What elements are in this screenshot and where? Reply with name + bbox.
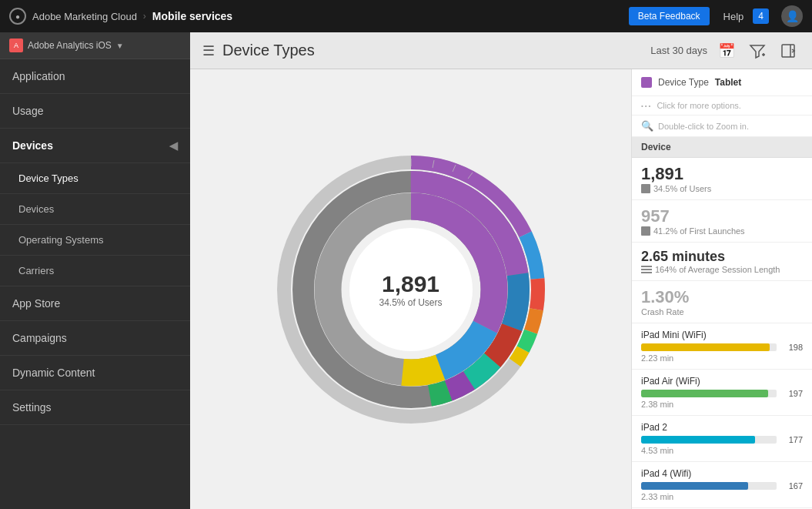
- hint-zoom: 🔍 Double-click to Zoom in.: [632, 116, 812, 137]
- sidebar-subitem-devices[interactable]: Devices: [0, 194, 190, 225]
- donut-chart[interactable]: 1,891 34.5% of Users: [265, 143, 557, 436]
- bar-count: 197: [781, 389, 803, 398]
- device-bar-name: iPad 2: [641, 422, 803, 433]
- sidebar-item-campaigns[interactable]: Campaigns: [0, 321, 190, 356]
- analytics-selector[interactable]: A Adobe Analytics iOS ▼: [0, 32, 190, 59]
- sidebar-item-app-store[interactable]: App Store: [0, 286, 190, 321]
- bar-track: [641, 343, 777, 351]
- dropdown-arrow-icon: ▼: [116, 42, 124, 50]
- breadcrumb-chevron: ›: [143, 11, 146, 22]
- sidebar-subitem-carriers[interactable]: Carriers: [0, 256, 190, 286]
- sidebar-subitem-device-types[interactable]: Device Types: [0, 163, 190, 194]
- filter-add-icon[interactable]: [746, 39, 769, 62]
- main-layout: A Adobe Analytics iOS ▼ Application Usag…: [0, 32, 812, 509]
- page-title: Device Types: [222, 42, 643, 59]
- svg-rect-3: [782, 45, 794, 57]
- sidebar-item-application[interactable]: Application: [0, 59, 190, 94]
- beta-feedback-button[interactable]: Beta Feedback: [629, 7, 710, 25]
- device-bar-name: iPad 4 (Wifi): [641, 468, 803, 479]
- device-type-value: Tablet: [715, 77, 741, 88]
- bar-time: 4.53 min: [641, 446, 803, 455]
- svg-marker-0: [750, 45, 764, 58]
- brand-name: Adobe Marketing Cloud: [32, 11, 137, 22]
- stat-crash: 1.30% Crash Rate: [632, 281, 812, 323]
- stat-launches-sub: 41.2% of First Launches: [641, 226, 803, 236]
- device-bar-name: iPad Mini (WiFi): [641, 330, 803, 340]
- chart-center-number: 1,891: [379, 271, 442, 297]
- device-bar-item: iPad 4 (Wifi) 167 2.33 min: [632, 462, 812, 508]
- bar-count: 167: [781, 481, 803, 491]
- date-range-label: Last 30 days: [650, 45, 707, 56]
- top-navigation: ● Adobe Marketing Cloud › Mobile service…: [0, 0, 812, 32]
- stat-session-number: 2.65 minutes: [641, 249, 803, 265]
- bar-track: [641, 482, 777, 490]
- stat-icon-box: [641, 184, 650, 193]
- bar-count: 177: [781, 435, 803, 444]
- bar-fill: [641, 482, 748, 490]
- logo-icon: ●: [9, 8, 26, 25]
- device-bar-list: iPad Mini (WiFi) 198 2.23 min iPad Air (…: [632, 323, 812, 508]
- sidebar-subitem-operating-systems[interactable]: Operating Systems: [0, 225, 190, 256]
- bar-track: [641, 436, 777, 444]
- bar-fill: [641, 390, 768, 397]
- sidebar-item-usage[interactable]: Usage: [0, 94, 190, 129]
- stat-session: 2.65 minutes 164% of Average Session Len…: [632, 243, 812, 281]
- help-link[interactable]: Help: [723, 11, 744, 22]
- device-bar-item: iPad Mini (WiFi) 198 2.23 min: [632, 323, 812, 370]
- calendar-icon[interactable]: 📅: [715, 39, 738, 62]
- collapse-arrow-icon: ◀: [169, 139, 178, 152]
- sidebar: A Adobe Analytics iOS ▼ Application Usag…: [0, 32, 190, 509]
- collapse-panel-icon[interactable]: [777, 39, 800, 62]
- notification-badge[interactable]: 4: [753, 8, 769, 24]
- toolbar: ☰ Device Types Last 30 days 📅: [190, 32, 812, 69]
- hamburger-icon[interactable]: ☰: [202, 42, 215, 59]
- analytics-icon: A: [9, 39, 23, 52]
- stat-users-number: 1,891: [641, 164, 803, 184]
- bar-time: 2.23 min: [641, 353, 803, 363]
- stat-crash-number: 1.30%: [641, 287, 803, 307]
- device-bar-item: iPad 2 177 4.53 min: [632, 416, 812, 462]
- panel-section-header: Device: [632, 137, 812, 158]
- sidebar-item-devices[interactable]: Devices ◀: [0, 129, 190, 163]
- stat-crash-sub: Crash Rate: [641, 307, 803, 316]
- bar-count: 198: [781, 343, 803, 352]
- bar-time: 2.33 min: [641, 492, 803, 501]
- device-bar-item: iPad Air (WiFi) 197 2.38 min: [632, 370, 812, 416]
- stat-users: 1,891 34.5% of Users: [632, 158, 812, 200]
- hint-click: ••• Click for more options.: [632, 96, 812, 116]
- bar-track: [641, 390, 777, 397]
- chart-center: 1,891 34.5% of Users: [379, 271, 442, 308]
- device-type-color-indicator: [641, 77, 652, 88]
- stat-session-sub: 164% of Average Session Length: [641, 265, 803, 274]
- stat-launches: 957 41.2% of First Launches: [632, 200, 812, 243]
- stat-users-sub: 34.5% of Users: [641, 184, 803, 193]
- content-area: 1,891 34.5% of Users Device Type Tablet …: [190, 69, 812, 509]
- stat-icon-box2: [641, 226, 650, 236]
- main-content: ☰ Device Types Last 30 days 📅: [190, 32, 812, 509]
- device-bar-name: iPad Air (WiFi): [641, 376, 803, 387]
- chart-center-subtitle: 34.5% of Users: [379, 297, 442, 308]
- app-name: Mobile services: [152, 10, 232, 22]
- bar-fill: [641, 436, 755, 444]
- sidebar-item-settings[interactable]: Settings: [0, 390, 190, 425]
- bar-time: 2.38 min: [641, 400, 803, 409]
- zoom-icon: 🔍: [641, 120, 653, 132]
- stat-launches-number: 957: [641, 206, 803, 226]
- user-avatar[interactable]: 👤: [781, 5, 803, 27]
- bar-fill: [641, 343, 770, 351]
- sidebar-item-dynamic-content[interactable]: Dynamic Content: [0, 356, 190, 390]
- panel-header: Device Type Tablet: [632, 69, 812, 96]
- analytics-label: Adobe Analytics iOS: [28, 40, 112, 51]
- right-panel: Device Type Tablet ••• Click for more op…: [631, 69, 812, 509]
- stat-lines-icon: [641, 266, 652, 273]
- dots-icon: •••: [641, 102, 652, 109]
- device-type-label: Device Type: [658, 77, 709, 88]
- chart-area: 1,891 34.5% of Users: [190, 69, 631, 509]
